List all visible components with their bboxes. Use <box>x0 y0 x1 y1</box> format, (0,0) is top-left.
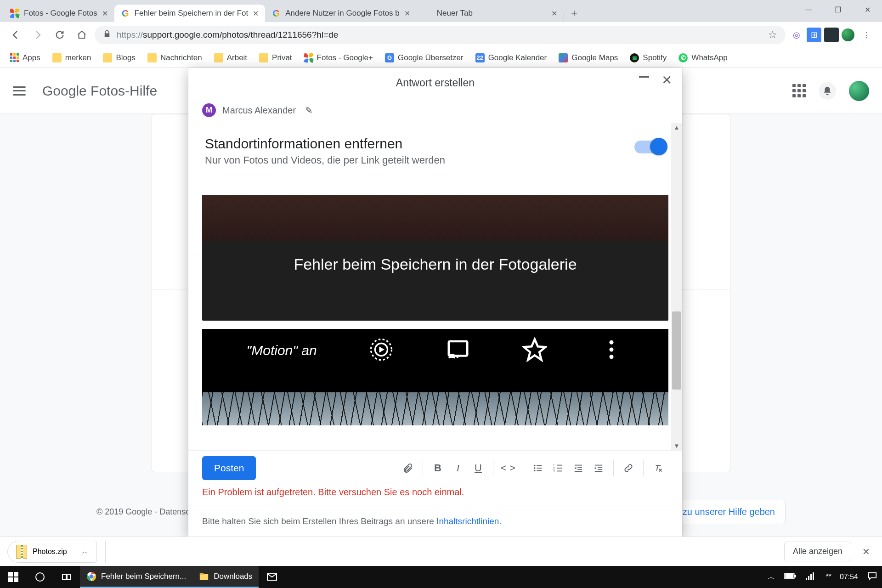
lock-icon <box>103 30 111 40</box>
svg-point-6 <box>534 464 536 466</box>
extension-grid-icon[interactable]: ⊞ <box>807 28 821 42</box>
svg-rect-17 <box>557 470 562 471</box>
chrome-menu-button[interactable]: ⋮ <box>857 26 876 44</box>
close-shelf-button[interactable]: ✕ <box>858 543 875 560</box>
toggle-knob <box>650 138 667 155</box>
tab-fotos[interactable]: Fotos - Google Fotos ✕ <box>4 5 114 22</box>
close-icon[interactable]: ✕ <box>253 9 259 18</box>
show-all-downloads-button[interactable]: Alle anzeigen <box>784 542 851 561</box>
dialog-body[interactable]: Standortinformationen entfernen Nur von … <box>188 123 682 450</box>
notifications-icon[interactable] <box>819 82 836 100</box>
dialog-close-button[interactable]: ✕ <box>662 73 672 88</box>
google-apps-icon[interactable] <box>792 84 806 97</box>
reload-button[interactable] <box>51 26 69 44</box>
clock[interactable]: 07:54 <box>840 573 858 581</box>
bookmark-fotos-gplus[interactable]: Fotos - Google+ <box>299 51 379 65</box>
bullet-list-icon[interactable] <box>528 458 548 478</box>
bookmark-translator[interactable]: GGoogle Übersetzer <box>379 51 469 65</box>
taskbar-app-chrome[interactable]: Fehler beim Speichern... <box>80 566 192 588</box>
attach-icon[interactable] <box>398 458 418 478</box>
guidelines-link[interactable]: Inhaltsrichtlinien <box>436 516 499 526</box>
bookmark-whatsapp[interactable]: ✆WhatsApp <box>673 51 733 65</box>
clear-format-icon[interactable] <box>648 458 668 478</box>
bookmark-folder[interactable]: merken <box>47 51 97 65</box>
screenshot-photo-viewer: "Motion" an <box>202 329 668 425</box>
svg-rect-10 <box>537 468 542 469</box>
taskbar-app-label: Downloads <box>214 572 252 581</box>
back-button[interactable] <box>6 26 25 44</box>
svg-rect-24 <box>598 469 602 469</box>
profile-avatar[interactable] <box>842 28 854 41</box>
svg-rect-31 <box>200 574 208 580</box>
chevron-up-icon[interactable]: ︿ <box>82 548 88 556</box>
extension-purple-icon[interactable]: ◎ <box>789 28 804 42</box>
edit-icon[interactable]: ✎ <box>305 105 313 116</box>
hamburger-icon[interactable] <box>13 86 26 96</box>
home-button[interactable] <box>73 26 91 44</box>
account-avatar[interactable] <box>849 81 869 101</box>
tab-neuer[interactable]: Neuer Tab ✕ <box>417 5 564 22</box>
url-text: https://support.google.com/photos/thread… <box>117 30 338 40</box>
input-indicator-icon[interactable]: ᕯ <box>825 573 831 581</box>
indent-icon[interactable] <box>588 458 609 478</box>
close-icon[interactable]: ✕ <box>102 9 108 18</box>
close-icon[interactable]: ✕ <box>551 9 557 18</box>
spotify-icon: ≣ <box>630 53 639 62</box>
battery-icon[interactable] <box>784 573 796 581</box>
svg-rect-11 <box>537 470 542 471</box>
download-item[interactable]: Photos.zip ︿ <box>7 541 97 563</box>
forward-button[interactable] <box>28 26 47 44</box>
cortana-button[interactable] <box>27 566 53 588</box>
bookmark-folder[interactable]: Blogs <box>97 51 141 65</box>
apps-shortcut[interactable]: Apps <box>5 51 46 65</box>
maximize-button[interactable]: ❐ <box>823 0 853 19</box>
outdent-icon[interactable] <box>568 458 588 478</box>
close-icon[interactable]: ✕ <box>404 9 410 18</box>
omnibox[interactable]: https://support.google.com/photos/thread… <box>95 26 786 44</box>
bookmark-folder[interactable]: Nachrichten <box>142 51 208 65</box>
network-icon[interactable] <box>805 572 815 582</box>
google-g-icon: G <box>271 9 281 18</box>
link-icon[interactable] <box>618 458 639 478</box>
scroll-thumb[interactable] <box>672 311 681 390</box>
svg-rect-18 <box>575 464 582 465</box>
dialog-title: Antwort erstellen <box>396 77 475 89</box>
folder-icon <box>103 53 112 62</box>
italic-icon[interactable]: I <box>448 458 468 478</box>
tray-chevron-icon[interactable]: ︿ <box>768 572 775 582</box>
extension-dark-icon[interactable] <box>824 28 839 42</box>
code-icon[interactable]: < > <box>498 458 518 478</box>
svg-point-8 <box>534 469 536 471</box>
close-window-button[interactable]: ✕ <box>853 0 882 19</box>
svg-rect-19 <box>577 467 582 468</box>
bookmark-folder[interactable]: Privat <box>254 51 297 65</box>
minimize-button[interactable]: — <box>794 0 823 19</box>
tab-andere[interactable]: G Andere Nutzer in Google Fotos b ✕ <box>265 5 417 22</box>
svg-rect-22 <box>595 464 603 465</box>
toggle-switch[interactable] <box>634 141 666 153</box>
bold-icon[interactable]: B <box>428 458 448 478</box>
bookmark-calendar[interactable]: 22Google Kalender <box>470 51 553 65</box>
tab-label: Fehler beim Speichern in der Fot <box>135 9 249 18</box>
task-view-button[interactable] <box>53 566 80 588</box>
start-button[interactable] <box>0 566 27 588</box>
taskbar-mail-icon[interactable] <box>259 566 285 588</box>
tab-support-active[interactable]: G Fehler beim Speichern in der Fot ✕ <box>114 5 266 22</box>
numbered-list-icon[interactable]: 123 <box>548 458 568 478</box>
bookmark-maps[interactable]: Google Maps <box>553 51 623 65</box>
svg-rect-36 <box>806 578 807 580</box>
dialog-minimize-button[interactable] <box>639 76 649 78</box>
scroll-up-icon[interactable]: ▲ <box>671 124 682 131</box>
star-icon[interactable]: ☆ <box>768 29 777 41</box>
action-center-icon[interactable] <box>867 571 877 583</box>
post-button[interactable]: Posten <box>202 456 256 480</box>
underline-icon[interactable]: U <box>468 458 488 478</box>
whatsapp-icon: ✆ <box>678 53 688 62</box>
scroll-down-icon[interactable]: ▼ <box>671 442 682 449</box>
dialog-scrollbar[interactable]: ▲ ▼ <box>671 123 682 450</box>
new-tab-button[interactable]: ＋ <box>567 6 582 20</box>
taskbar-app-explorer[interactable]: Downloads <box>192 566 259 588</box>
bookmark-folder[interactable]: Arbeit <box>209 51 253 65</box>
svg-rect-9 <box>537 465 542 466</box>
bookmark-spotify[interactable]: ≣Spotify <box>624 51 672 65</box>
